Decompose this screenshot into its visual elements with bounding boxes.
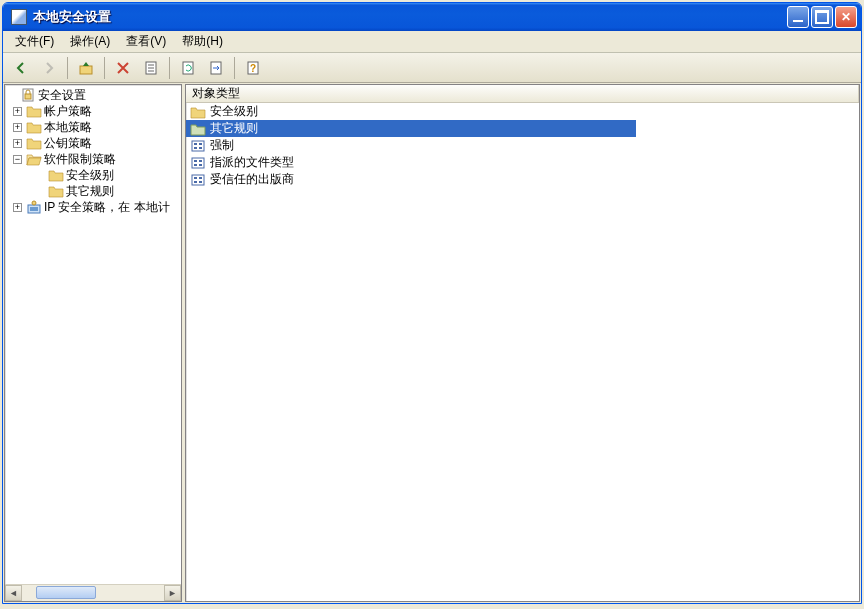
ipsec-icon xyxy=(26,199,42,215)
scroll-left-button[interactable]: ◄ xyxy=(5,585,22,601)
svg-rect-25 xyxy=(194,177,197,179)
svg-rect-23 xyxy=(199,164,202,166)
minimize-button[interactable] xyxy=(787,6,809,28)
column-header-label: 对象类型 xyxy=(192,85,240,102)
list-item-label: 指派的文件类型 xyxy=(210,154,294,171)
tree-item-ipsec[interactable]: IP 安全策略，在 本地计 xyxy=(5,199,181,215)
svg-rect-22 xyxy=(194,164,197,166)
expander-icon[interactable] xyxy=(13,139,22,148)
tree-item-public-key-policies[interactable]: 公钥策略 xyxy=(5,135,181,151)
expander-icon[interactable] xyxy=(13,155,22,164)
export-list-icon xyxy=(208,60,224,76)
svg-rect-27 xyxy=(194,181,197,183)
refresh-icon xyxy=(180,60,196,76)
scroll-track[interactable] xyxy=(22,585,164,601)
app-icon xyxy=(11,9,27,25)
tree-item-software-restriction[interactable]: 软件限制策略 xyxy=(5,151,181,167)
policy-icon xyxy=(190,172,206,188)
list-item-label: 受信任的出版商 xyxy=(210,171,294,188)
menu-view[interactable]: 查看(V) xyxy=(118,31,174,52)
forward-button[interactable] xyxy=(37,56,61,80)
tree-item-label: 其它规则 xyxy=(66,183,114,200)
list-item-label: 强制 xyxy=(210,137,234,154)
tree-root[interactable]: 安全设置 xyxy=(5,87,181,103)
tree-item-label: 本地策略 xyxy=(44,119,92,136)
list-item-enforcement[interactable]: 强制 xyxy=(186,137,859,154)
content-area: 安全设置 帐户策略 本地策略 公钥策略 xyxy=(3,83,861,603)
delete-x-icon xyxy=(115,60,131,76)
tree-item-additional-rules[interactable]: 其它规则 xyxy=(5,183,181,199)
svg-rect-28 xyxy=(199,181,202,183)
folder-up-icon xyxy=(78,60,94,76)
up-button[interactable] xyxy=(74,56,98,80)
list-pane: 对象类型 安全级别 其它规则 强制 指派的文件类型 xyxy=(185,84,860,602)
list-body: 安全级别 其它规则 强制 指派的文件类型 受信任的出版商 xyxy=(186,103,859,601)
tree-hscrollbar[interactable]: ◄ ► xyxy=(5,584,181,601)
tree-body: 安全设置 帐户策略 本地策略 公钥策略 xyxy=(5,85,181,584)
folder-icon xyxy=(26,119,42,135)
app-window: 本地安全设置 文件(F) 操作(A) 查看(V) 帮助(H) xyxy=(2,2,862,604)
tree-root-label: 安全设置 xyxy=(38,87,86,104)
export-button[interactable] xyxy=(204,56,228,80)
tree-item-label: IP 安全策略，在 本地计 xyxy=(44,199,170,216)
scroll-thumb[interactable] xyxy=(36,586,96,599)
maximize-button[interactable] xyxy=(811,6,833,28)
svg-rect-17 xyxy=(194,147,197,149)
svg-rect-24 xyxy=(192,175,204,185)
tree-item-label: 公钥策略 xyxy=(44,135,92,152)
svg-rect-20 xyxy=(194,160,197,162)
svg-text:?: ? xyxy=(250,63,256,74)
menu-file[interactable]: 文件(F) xyxy=(7,31,62,52)
tree-item-label: 帐户策略 xyxy=(44,103,92,120)
scroll-right-button[interactable]: ► xyxy=(164,585,181,601)
expander-icon[interactable] xyxy=(13,203,22,212)
toolbar: ? xyxy=(3,53,861,83)
window-controls xyxy=(787,6,857,28)
expander-icon[interactable] xyxy=(13,123,22,132)
help-button[interactable]: ? xyxy=(241,56,265,80)
policy-icon xyxy=(190,155,206,171)
security-settings-icon xyxy=(20,87,36,103)
svg-rect-26 xyxy=(199,177,202,179)
tree-item-label: 安全级别 xyxy=(66,167,114,184)
tree-pane: 安全设置 帐户策略 本地策略 公钥策略 xyxy=(4,84,182,602)
list-column-header[interactable]: 对象类型 xyxy=(186,85,859,103)
tree-item-label: 软件限制策略 xyxy=(44,151,116,168)
close-button[interactable] xyxy=(835,6,857,28)
folder-icon xyxy=(48,167,64,183)
list-item-label: 安全级别 xyxy=(210,103,258,120)
tree-item-security-levels[interactable]: 安全级别 xyxy=(5,167,181,183)
refresh-button[interactable] xyxy=(176,56,200,80)
folder-icon xyxy=(190,104,206,120)
forward-arrow-icon xyxy=(41,60,57,76)
svg-rect-19 xyxy=(192,158,204,168)
svg-rect-10 xyxy=(25,94,31,99)
svg-rect-15 xyxy=(194,143,197,145)
toolbar-separator xyxy=(234,57,235,79)
list-item-trusted-publishers[interactable]: 受信任的出版商 xyxy=(186,171,859,188)
tree-item-account-policies[interactable]: 帐户策略 xyxy=(5,103,181,119)
svg-rect-0 xyxy=(80,66,92,74)
toolbar-separator xyxy=(104,57,105,79)
expander-icon[interactable] xyxy=(13,107,22,116)
properties-button[interactable] xyxy=(139,56,163,80)
menu-help[interactable]: 帮助(H) xyxy=(174,31,231,52)
folder-open-icon xyxy=(26,151,42,167)
policy-icon xyxy=(190,138,206,154)
folder-icon xyxy=(48,183,64,199)
list-item-additional-rules[interactable]: 其它规则 xyxy=(186,120,636,137)
tree-item-local-policies[interactable]: 本地策略 xyxy=(5,119,181,135)
list-item-file-types[interactable]: 指派的文件类型 xyxy=(186,154,859,171)
list-item-security-levels[interactable]: 安全级别 xyxy=(186,103,859,120)
svg-rect-12 xyxy=(30,207,38,211)
svg-point-13 xyxy=(32,201,36,205)
menubar: 文件(F) 操作(A) 查看(V) 帮助(H) xyxy=(3,31,861,53)
back-button[interactable] xyxy=(9,56,33,80)
folder-icon xyxy=(26,135,42,151)
svg-rect-14 xyxy=(192,141,204,151)
menu-action[interactable]: 操作(A) xyxy=(62,31,118,52)
svg-rect-18 xyxy=(199,147,202,149)
titlebar[interactable]: 本地安全设置 xyxy=(3,3,861,31)
delete-button[interactable] xyxy=(111,56,135,80)
toolbar-separator xyxy=(67,57,68,79)
